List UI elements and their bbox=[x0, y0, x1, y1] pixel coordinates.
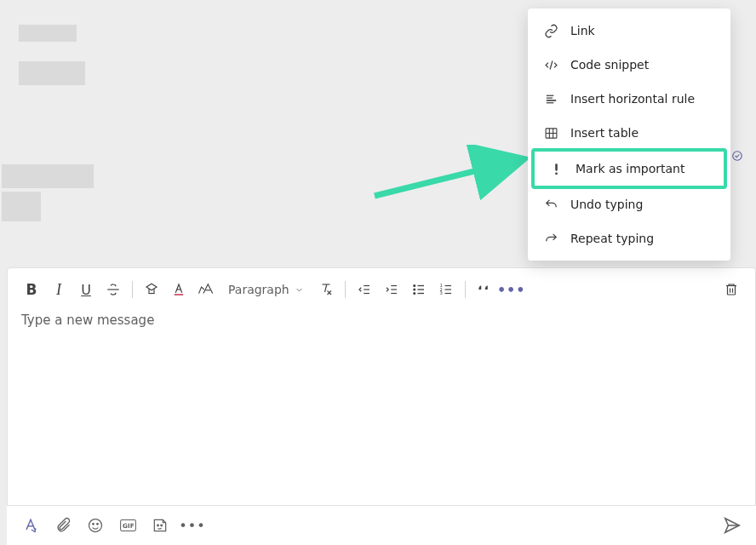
italic-button[interactable]: I bbox=[45, 275, 72, 304]
compose-input[interactable]: Type a new message bbox=[8, 306, 755, 505]
format-toolbar: B I U Paragraph bbox=[8, 268, 755, 306]
menu-item-label: Insert table bbox=[570, 126, 639, 140]
redo-icon bbox=[543, 231, 558, 246]
hrule-icon bbox=[543, 91, 558, 106]
paragraph-style-label: Paragraph bbox=[228, 283, 289, 296]
redacted-block bbox=[2, 164, 94, 188]
redacted-block bbox=[2, 192, 41, 221]
svg-line-0 bbox=[550, 60, 553, 69]
compose-box: B I U Paragraph bbox=[7, 267, 756, 506]
svg-point-44 bbox=[93, 524, 94, 525]
numbered-list-button[interactable]: 1 2 3 bbox=[432, 275, 460, 304]
underline-button[interactable]: U bbox=[72, 275, 100, 304]
compose-placeholder: Type a new message bbox=[21, 313, 154, 328]
toolbar-separator bbox=[345, 281, 346, 298]
menu-item-insert-table[interactable]: Insert table bbox=[528, 116, 730, 150]
clear-format-button[interactable] bbox=[312, 275, 340, 304]
undo-icon bbox=[543, 197, 558, 212]
bold-button[interactable]: B bbox=[18, 275, 45, 304]
strikethrough-button[interactable] bbox=[100, 275, 127, 304]
indent-button[interactable] bbox=[378, 275, 405, 304]
more-format-button[interactable]: ••• bbox=[498, 275, 525, 304]
annotation-arrow bbox=[366, 145, 536, 204]
svg-rect-39 bbox=[728, 286, 736, 295]
svg-point-10 bbox=[555, 172, 558, 175]
menu-item-label: Insert horizontal rule bbox=[570, 92, 695, 106]
svg-point-27 bbox=[414, 285, 415, 287]
send-button[interactable] bbox=[722, 515, 742, 536]
redacted-block bbox=[19, 25, 77, 42]
more-actions-button[interactable]: ••• bbox=[182, 515, 203, 536]
menu-item-link[interactable]: Link bbox=[528, 14, 730, 48]
menu-item-label: Undo typing bbox=[570, 198, 643, 211]
sticker-button[interactable] bbox=[150, 515, 170, 536]
delete-draft-button[interactable] bbox=[718, 275, 745, 304]
svg-point-49 bbox=[161, 525, 163, 526]
svg-point-45 bbox=[97, 524, 99, 525]
svg-line-13 bbox=[375, 160, 519, 196]
svg-point-11 bbox=[733, 152, 742, 161]
outdent-button[interactable] bbox=[351, 275, 378, 304]
format-toggle-button[interactable] bbox=[20, 515, 41, 536]
table-icon bbox=[543, 125, 558, 141]
compose-action-bar: GIF ••• bbox=[7, 506, 756, 545]
paragraph-style-dropdown[interactable]: Paragraph bbox=[220, 283, 312, 296]
menu-item-label: Mark as important bbox=[576, 162, 684, 175]
highlight-button[interactable] bbox=[138, 275, 165, 304]
svg-text:3: 3 bbox=[439, 290, 442, 295]
menu-item-label: Code snippet bbox=[570, 58, 649, 72]
menu-item-label: Repeat typing bbox=[570, 232, 654, 245]
important-icon bbox=[548, 161, 564, 176]
quote-button[interactable] bbox=[471, 275, 498, 304]
redacted-block bbox=[19, 61, 85, 85]
menu-item-label: Link bbox=[570, 24, 595, 37]
menu-item-undo[interactable]: Undo typing bbox=[528, 187, 730, 221]
menu-item-mark-important[interactable]: Mark as important bbox=[533, 150, 725, 187]
font-size-button[interactable] bbox=[192, 275, 220, 304]
menu-item-redo[interactable]: Repeat typing bbox=[528, 221, 730, 255]
font-color-button[interactable] bbox=[165, 275, 192, 304]
link-icon bbox=[543, 23, 558, 38]
toolbar-separator bbox=[465, 281, 466, 298]
svg-point-28 bbox=[414, 289, 415, 290]
svg-point-43 bbox=[89, 519, 102, 532]
seen-checkmark-icon bbox=[731, 150, 743, 162]
giphy-button[interactable]: GIF bbox=[117, 515, 138, 536]
menu-item-horizontal-rule[interactable]: Insert horizontal rule bbox=[528, 82, 730, 116]
bullet-list-button[interactable] bbox=[405, 275, 432, 304]
svg-point-29 bbox=[414, 293, 415, 295]
svg-text:GIF: GIF bbox=[123, 522, 135, 530]
svg-point-48 bbox=[158, 525, 159, 526]
toolbar-separator bbox=[132, 281, 133, 298]
code-icon bbox=[543, 57, 558, 72]
format-context-menu: Link Code snippet Insert horizontal rule… bbox=[528, 9, 730, 261]
chevron-down-icon bbox=[295, 285, 304, 295]
svg-rect-9 bbox=[555, 164, 558, 171]
emoji-button[interactable] bbox=[85, 515, 106, 536]
menu-item-code-snippet[interactable]: Code snippet bbox=[528, 48, 730, 82]
attach-button[interactable] bbox=[53, 515, 73, 536]
